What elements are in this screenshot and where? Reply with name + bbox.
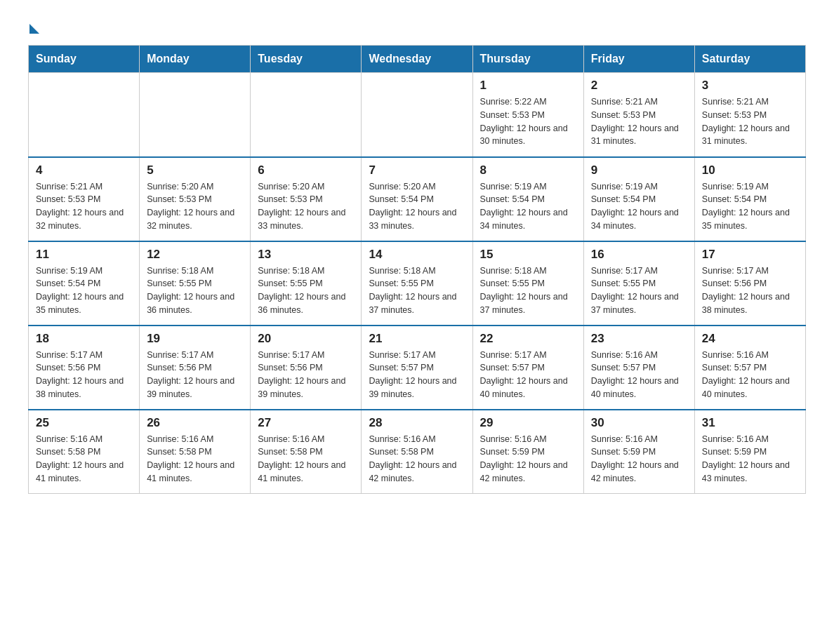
calendar-cell: 4Sunrise: 5:21 AM Sunset: 5:53 PM Daylig… — [29, 157, 140, 241]
calendar-header-monday: Monday — [140, 46, 251, 73]
day-detail: Sunrise: 5:18 AM Sunset: 5:55 PM Dayligh… — [480, 264, 576, 317]
page-header — [28, 21, 806, 31]
day-detail: Sunrise: 5:16 AM Sunset: 5:57 PM Dayligh… — [591, 349, 687, 401]
day-number: 1 — [480, 79, 576, 93]
day-detail: Sunrise: 5:16 AM Sunset: 5:58 PM Dayligh… — [258, 433, 354, 485]
calendar-cell: 3Sunrise: 5:21 AM Sunset: 5:53 PM Daylig… — [694, 73, 805, 157]
day-number: 22 — [480, 332, 576, 346]
calendar-week-row: 11Sunrise: 5:19 AM Sunset: 5:54 PM Dayli… — [29, 241, 806, 326]
calendar-cell: 8Sunrise: 5:19 AM Sunset: 5:54 PM Daylig… — [472, 157, 583, 241]
day-detail: Sunrise: 5:19 AM Sunset: 5:54 PM Dayligh… — [480, 180, 576, 233]
day-number: 17 — [702, 248, 798, 262]
day-number: 30 — [591, 416, 687, 430]
day-number: 19 — [147, 332, 243, 346]
day-detail: Sunrise: 5:16 AM Sunset: 5:59 PM Dayligh… — [480, 433, 576, 485]
calendar-cell: 27Sunrise: 5:16 AM Sunset: 5:58 PM Dayli… — [251, 410, 362, 494]
calendar-cell: 12Sunrise: 5:18 AM Sunset: 5:55 PM Dayli… — [140, 241, 251, 326]
day-number: 13 — [258, 248, 354, 262]
day-number: 14 — [369, 248, 465, 262]
day-detail: Sunrise: 5:17 AM Sunset: 5:56 PM Dayligh… — [147, 349, 243, 401]
calendar-week-row: 4Sunrise: 5:21 AM Sunset: 5:53 PM Daylig… — [29, 157, 806, 241]
day-detail: Sunrise: 5:21 AM Sunset: 5:53 PM Dayligh… — [591, 95, 687, 148]
day-number: 15 — [480, 248, 576, 262]
day-number: 21 — [369, 332, 465, 346]
calendar-cell — [362, 73, 472, 157]
day-detail: Sunrise: 5:17 AM Sunset: 5:56 PM Dayligh… — [702, 264, 798, 317]
day-detail: Sunrise: 5:19 AM Sunset: 5:54 PM Dayligh… — [591, 180, 687, 233]
day-detail: Sunrise: 5:19 AM Sunset: 5:54 PM Dayligh… — [702, 180, 798, 233]
calendar-cell: 29Sunrise: 5:16 AM Sunset: 5:59 PM Dayli… — [472, 410, 583, 494]
day-number: 7 — [369, 163, 465, 177]
day-detail: Sunrise: 5:21 AM Sunset: 5:53 PM Dayligh… — [36, 180, 132, 233]
calendar-cell: 21Sunrise: 5:17 AM Sunset: 5:57 PM Dayli… — [362, 326, 472, 410]
day-detail: Sunrise: 5:22 AM Sunset: 5:53 PM Dayligh… — [480, 95, 576, 148]
calendar-cell: 31Sunrise: 5:16 AM Sunset: 5:59 PM Dayli… — [694, 410, 805, 494]
day-detail: Sunrise: 5:19 AM Sunset: 5:54 PM Dayligh… — [36, 264, 132, 317]
day-detail: Sunrise: 5:16 AM Sunset: 5:58 PM Dayligh… — [369, 433, 465, 485]
day-detail: Sunrise: 5:16 AM Sunset: 5:59 PM Dayligh… — [702, 433, 798, 485]
day-number: 29 — [480, 416, 576, 430]
calendar-cell: 5Sunrise: 5:20 AM Sunset: 5:53 PM Daylig… — [140, 157, 251, 241]
calendar-table: SundayMondayTuesdayWednesdayThursdayFrid… — [28, 45, 806, 494]
day-number: 23 — [591, 332, 687, 346]
calendar-cell: 9Sunrise: 5:19 AM Sunset: 5:54 PM Daylig… — [583, 157, 694, 241]
calendar-cell: 10Sunrise: 5:19 AM Sunset: 5:54 PM Dayli… — [694, 157, 805, 241]
day-detail: Sunrise: 5:17 AM Sunset: 5:56 PM Dayligh… — [36, 349, 132, 401]
calendar-week-row: 1Sunrise: 5:22 AM Sunset: 5:53 PM Daylig… — [29, 73, 806, 157]
calendar-cell — [29, 73, 140, 157]
calendar-header-sunday: Sunday — [29, 46, 140, 73]
day-detail: Sunrise: 5:20 AM Sunset: 5:54 PM Dayligh… — [369, 180, 465, 233]
day-detail: Sunrise: 5:16 AM Sunset: 5:57 PM Dayligh… — [702, 349, 798, 401]
day-detail: Sunrise: 5:18 AM Sunset: 5:55 PM Dayligh… — [147, 264, 243, 317]
calendar-cell: 11Sunrise: 5:19 AM Sunset: 5:54 PM Dayli… — [29, 241, 140, 326]
calendar-cell: 23Sunrise: 5:16 AM Sunset: 5:57 PM Dayli… — [583, 326, 694, 410]
day-detail: Sunrise: 5:16 AM Sunset: 5:58 PM Dayligh… — [36, 433, 132, 485]
day-number: 16 — [591, 248, 687, 262]
day-detail: Sunrise: 5:17 AM Sunset: 5:57 PM Dayligh… — [369, 349, 465, 401]
day-detail: Sunrise: 5:21 AM Sunset: 5:53 PM Dayligh… — [702, 95, 798, 148]
day-number: 9 — [591, 163, 687, 177]
calendar-cell: 22Sunrise: 5:17 AM Sunset: 5:57 PM Dayli… — [472, 326, 583, 410]
calendar-cell — [140, 73, 251, 157]
day-number: 11 — [36, 248, 132, 262]
calendar-cell: 16Sunrise: 5:17 AM Sunset: 5:55 PM Dayli… — [583, 241, 694, 326]
day-number: 28 — [369, 416, 465, 430]
calendar-cell: 18Sunrise: 5:17 AM Sunset: 5:56 PM Dayli… — [29, 326, 140, 410]
calendar-cell: 25Sunrise: 5:16 AM Sunset: 5:58 PM Dayli… — [29, 410, 140, 494]
calendar-cell: 30Sunrise: 5:16 AM Sunset: 5:59 PM Dayli… — [583, 410, 694, 494]
day-detail: Sunrise: 5:17 AM Sunset: 5:55 PM Dayligh… — [591, 264, 687, 317]
logo — [28, 21, 42, 31]
calendar-header-row: SundayMondayTuesdayWednesdayThursdayFrid… — [29, 46, 806, 73]
day-detail: Sunrise: 5:17 AM Sunset: 5:57 PM Dayligh… — [480, 349, 576, 401]
day-detail: Sunrise: 5:16 AM Sunset: 5:58 PM Dayligh… — [147, 433, 243, 485]
calendar-cell: 15Sunrise: 5:18 AM Sunset: 5:55 PM Dayli… — [472, 241, 583, 326]
calendar-cell: 24Sunrise: 5:16 AM Sunset: 5:57 PM Dayli… — [694, 326, 805, 410]
calendar-cell: 17Sunrise: 5:17 AM Sunset: 5:56 PM Dayli… — [694, 241, 805, 326]
day-number: 6 — [258, 163, 354, 177]
calendar-cell: 2Sunrise: 5:21 AM Sunset: 5:53 PM Daylig… — [583, 73, 694, 157]
calendar-header-friday: Friday — [583, 46, 694, 73]
calendar-header-thursday: Thursday — [472, 46, 583, 73]
day-number: 24 — [702, 332, 798, 346]
calendar-cell: 26Sunrise: 5:16 AM Sunset: 5:58 PM Dayli… — [140, 410, 251, 494]
calendar-cell: 13Sunrise: 5:18 AM Sunset: 5:55 PM Dayli… — [251, 241, 362, 326]
day-number: 26 — [147, 416, 243, 430]
calendar-week-row: 18Sunrise: 5:17 AM Sunset: 5:56 PM Dayli… — [29, 326, 806, 410]
day-number: 2 — [591, 79, 687, 93]
day-detail: Sunrise: 5:18 AM Sunset: 5:55 PM Dayligh… — [369, 264, 465, 317]
calendar-cell: 28Sunrise: 5:16 AM Sunset: 5:58 PM Dayli… — [362, 410, 472, 494]
day-detail: Sunrise: 5:20 AM Sunset: 5:53 PM Dayligh… — [258, 180, 354, 233]
calendar-cell: 20Sunrise: 5:17 AM Sunset: 5:56 PM Dayli… — [251, 326, 362, 410]
day-number: 31 — [702, 416, 798, 430]
calendar-cell: 6Sunrise: 5:20 AM Sunset: 5:53 PM Daylig… — [251, 157, 362, 241]
day-detail: Sunrise: 5:20 AM Sunset: 5:53 PM Dayligh… — [147, 180, 243, 233]
day-number: 25 — [36, 416, 132, 430]
calendar-header-wednesday: Wednesday — [362, 46, 472, 73]
day-detail: Sunrise: 5:18 AM Sunset: 5:55 PM Dayligh… — [258, 264, 354, 317]
day-number: 27 — [258, 416, 354, 430]
day-number: 20 — [258, 332, 354, 346]
day-number: 12 — [147, 248, 243, 262]
day-number: 8 — [480, 163, 576, 177]
day-detail: Sunrise: 5:17 AM Sunset: 5:56 PM Dayligh… — [258, 349, 354, 401]
logo-arrow-icon — [29, 24, 39, 34]
